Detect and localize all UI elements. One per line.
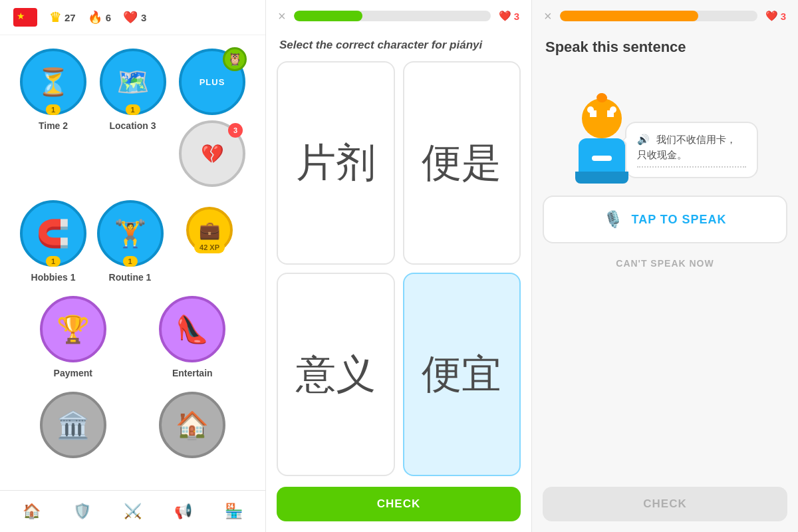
- lesson-badge-location3: 1: [125, 104, 140, 115]
- heart-icon: ❤️: [123, 10, 138, 25]
- lesson-entertain[interactable]: 👠 Entertain: [140, 296, 246, 378]
- speak-progress-bar: [560, 11, 757, 21]
- hourglass-icon: ⏳: [37, 66, 70, 98]
- speak-check-button[interactable]: CHECK: [543, 487, 787, 521]
- plus-label: PLUS: [200, 77, 225, 87]
- quiz-prompt: Select the correct character for piányi: [266, 32, 531, 61]
- char-card-2[interactable]: 便是: [403, 61, 521, 265]
- quiz-footer: CHECK: [266, 476, 531, 532]
- nav-quests[interactable]: 📢: [168, 500, 199, 523]
- lesson-row-3: 🏆 Payment 👠 Entertain: [20, 296, 245, 378]
- trophy-icon: 🏆: [57, 314, 90, 345]
- lesson-circle-location3[interactable]: 🗺️ 1: [100, 49, 166, 115]
- map-content: ⏳ 1 Time 2 🗺️ 1 Location 3 PLUS 🦉: [0, 35, 265, 490]
- lesson-circle-locked1[interactable]: 🏛️: [40, 392, 106, 458]
- nav-profile[interactable]: 🛡️: [66, 500, 98, 523]
- microphone-icon: 🎙️: [603, 210, 623, 229]
- lesson-label-hobbies1: Hobbies 1: [31, 272, 76, 283]
- quests-nav-icon: 📢: [174, 503, 192, 520]
- home-icon: 🏠: [176, 410, 209, 441]
- lesson-circle-routine1[interactable]: 🏋️ 1: [97, 200, 164, 267]
- lesson-label-routine1: Routine 1: [109, 272, 152, 283]
- lesson-locked2[interactable]: 🏠: [140, 392, 246, 464]
- tap-speak-label: TAP TO SPEAK: [631, 213, 726, 227]
- tap-to-speak-area[interactable]: 🎙️ TAP TO SPEAK: [543, 196, 787, 243]
- notification-badge: 3: [228, 123, 243, 138]
- character-quiz-panel: × ❤️ 3 Select the correct character for …: [266, 0, 532, 532]
- speak-panel: × ❤️ 3 Speak this sentence: [532, 0, 798, 532]
- quiz-keyword: piányi: [450, 39, 482, 51]
- lesson-routine1[interactable]: 🏋️ 1 Routine 1: [97, 200, 164, 283]
- lesson-badge-hobbies1: 1: [46, 256, 61, 267]
- bubble-dashes: [637, 166, 746, 168]
- lesson-location3[interactable]: 🗺️ 1 Location 3: [100, 49, 166, 131]
- speak-footer: CHECK: [532, 476, 798, 532]
- character-head: [582, 98, 622, 138]
- speak-close-button[interactable]: ×: [544, 9, 552, 23]
- heart-count: 3: [141, 12, 146, 23]
- lesson-badge-routine1: 1: [122, 256, 137, 267]
- course-map-panel: ♛ 27 🔥 6 ❤️ 3 ⏳ 1 Time 2 🗺️ 1: [0, 0, 266, 532]
- lesson-label-entertain: Entertain: [172, 368, 213, 378]
- character-body: [579, 138, 625, 172]
- lesson-circle-entertain[interactable]: 👠: [159, 296, 225, 362]
- lesson-locked1[interactable]: 🏛️: [20, 392, 126, 464]
- lesson-time2[interactable]: ⏳ 1 Time 2: [20, 49, 86, 131]
- speak-header: × ❤️ 3: [532, 0, 798, 32]
- chinese-flag: [13, 8, 37, 27]
- char-card-1[interactable]: 片剂: [277, 61, 395, 265]
- heart-stat: ❤️ 3: [123, 10, 146, 25]
- quiz-prompt-text: Select the correct character for: [279, 39, 446, 51]
- map-header: ♛ 27 🔥 6 ❤️ 3: [0, 0, 265, 35]
- briefcase-icon: 💼: [199, 220, 220, 241]
- character-base: [575, 172, 628, 184]
- speaker-icon: 🔊: [637, 134, 650, 145]
- quiz-close-button[interactable]: ×: [278, 9, 286, 23]
- quiz-heart-icon: ❤️: [499, 10, 511, 22]
- heart-circle-button[interactable]: 💔 3: [179, 120, 245, 187]
- broken-heart-icon: 💔: [201, 143, 224, 165]
- speak-hearts: ❤️ 3: [765, 10, 786, 22]
- speak-heart-icon: ❤️: [765, 10, 778, 22]
- character-figure: [572, 98, 632, 178]
- speak-spacer: [532, 278, 798, 476]
- league-nav-icon: ⚔️: [124, 503, 142, 520]
- nav-home[interactable]: 🏠: [16, 500, 47, 523]
- speak-progress-fill: [560, 11, 698, 21]
- speak-heart-count: 3: [781, 11, 786, 22]
- nav-league[interactable]: ⚔️: [117, 500, 148, 523]
- lesson-circle-locked2[interactable]: 🏠: [159, 392, 225, 458]
- xp-circle[interactable]: 💼 42 XP: [186, 207, 233, 253]
- home-nav-icon: 🏠: [23, 503, 41, 520]
- plus-button[interactable]: PLUS 🦉: [179, 49, 245, 115]
- quiz-check-button[interactable]: CHECK: [277, 487, 521, 521]
- fire-count: 6: [106, 12, 111, 23]
- char-text-1: 片剂: [296, 136, 376, 190]
- char-text-2: 便是: [422, 136, 501, 190]
- lesson-circle-time2[interactable]: ⏳ 1: [20, 49, 86, 115]
- xp-badge: 42 XP: [194, 241, 225, 253]
- profile-nav-icon: 🛡️: [73, 503, 91, 520]
- building-icon: 🏛️: [57, 410, 90, 441]
- lesson-row-locked: 🏛️ 🏠: [20, 392, 245, 464]
- heels-icon: 👠: [176, 314, 209, 345]
- lesson-label-time2: Time 2: [39, 120, 68, 131]
- lesson-payment[interactable]: 🏆 Payment: [20, 296, 126, 378]
- speech-bubble: 🔊 我们不收信用卡，只收现金。: [625, 122, 758, 178]
- lesson-label-payment: Payment: [54, 368, 92, 378]
- cant-speak-button[interactable]: CAN'T SPEAK NOW: [532, 249, 798, 278]
- char-card-3[interactable]: 意义: [277, 273, 395, 476]
- char-card-4[interactable]: 便宜: [403, 273, 521, 476]
- lesson-circle-hobbies1[interactable]: 🧲 1: [20, 200, 86, 267]
- char-text-3: 意义: [296, 348, 376, 402]
- shop-nav-icon: 🏪: [225, 503, 243, 520]
- nav-shop[interactable]: 🏪: [218, 500, 249, 523]
- fire-icon: 🔥: [88, 10, 102, 25]
- lesson-label-location3: Location 3: [109, 120, 156, 131]
- character-grid: 片剂 便是 意义 便宜: [266, 61, 531, 476]
- lesson-circle-payment[interactable]: 🏆: [40, 296, 106, 362]
- lesson-hobbies1[interactable]: 🧲 1 Hobbies 1: [20, 200, 86, 283]
- speak-illustration: 🔊 我们不收信用卡，只收现金。: [532, 65, 798, 185]
- speak-title: Speak this sentence: [532, 32, 798, 65]
- bottom-nav: 🏠 🛡️ ⚔️ 📢 🏪: [0, 490, 265, 532]
